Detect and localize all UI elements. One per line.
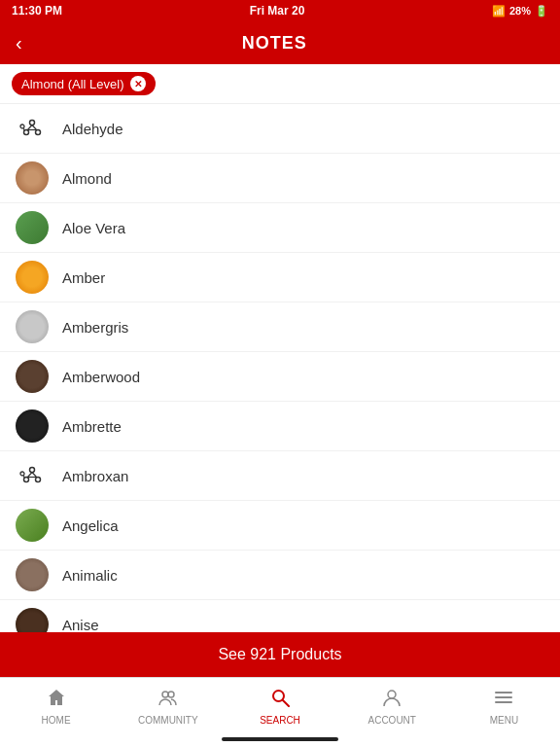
item-label: Aldehyde <box>62 121 123 137</box>
battery-text: 28% <box>509 5 531 17</box>
item-label: Almond <box>62 170 112 187</box>
filter-tag-label: Almond (All Level) <box>21 77 124 91</box>
molecule-icon <box>16 459 49 492</box>
battery-icon: 🔋 <box>535 5 548 18</box>
search-nav-label: SEARCH <box>260 715 300 726</box>
svg-point-16 <box>162 692 168 697</box>
home-indicator <box>0 731 560 747</box>
amber-icon <box>16 261 49 294</box>
status-icons: 📶 28% 🔋 <box>492 5 548 18</box>
status-bar: 11:30 PM Fri Mar 20 📶 28% 🔋 <box>0 0 560 21</box>
home-nav-icon <box>47 688 66 712</box>
ambrette-icon <box>16 409 49 443</box>
ambergris-icon <box>16 310 49 343</box>
search-nav-icon <box>270 688 290 712</box>
list-item[interactable]: Aloe Vera <box>0 203 560 253</box>
svg-point-11 <box>20 472 24 476</box>
almond-icon <box>16 161 49 195</box>
angelica-icon <box>16 509 49 542</box>
back-button[interactable]: ‹ <box>16 32 22 54</box>
filter-bar: Almond (All Level) ✕ <box>0 64 560 104</box>
svg-line-19 <box>283 700 289 706</box>
item-label: Ambrette <box>62 418 122 435</box>
wifi-icon: 📶 <box>492 5 506 18</box>
list-item[interactable]: Ambergris <box>0 302 560 352</box>
nav-item-home[interactable]: HOME <box>0 678 112 731</box>
filter-tag[interactable]: Almond (All Level) ✕ <box>12 72 156 95</box>
list-item[interactable]: Angelica <box>0 501 560 551</box>
home-nav-label: HOME <box>42 715 71 726</box>
svg-point-8 <box>30 468 35 473</box>
list-item[interactable]: Almond <box>0 154 560 203</box>
bottom-nav: HOME COMMUNITY SEARCH ACCOUNT MENU <box>0 677 560 731</box>
item-label: Aloe Vera <box>62 220 125 236</box>
list-item[interactable]: Animalic <box>0 551 560 600</box>
header: ‹ NOTES <box>0 21 560 64</box>
page-title: NOTES <box>34 33 515 53</box>
svg-line-7 <box>24 128 25 132</box>
aloe-vera-icon <box>16 211 49 244</box>
svg-point-20 <box>388 691 396 698</box>
item-label: Animalic <box>62 567 118 584</box>
account-nav-icon <box>382 688 402 712</box>
list-item[interactable]: Amberwood <box>0 352 560 402</box>
item-label: Anise <box>62 617 99 633</box>
community-nav-label: COMMUNITY <box>138 715 198 726</box>
animalic-icon <box>16 558 49 591</box>
nav-item-menu[interactable]: MENU <box>448 678 560 731</box>
svg-point-3 <box>20 124 24 128</box>
nav-item-account[interactable]: ACCOUNT <box>336 678 448 731</box>
list-item[interactable]: Ambrette <box>0 402 560 451</box>
item-label: Amber <box>62 269 105 286</box>
nav-item-community[interactable]: COMMUNITY <box>112 678 224 731</box>
svg-point-17 <box>168 692 174 697</box>
nav-item-search[interactable]: SEARCH <box>224 678 335 731</box>
list-item[interactable]: Ambroxan <box>0 451 560 501</box>
status-time: 11:30 PM <box>12 4 62 18</box>
svg-point-10 <box>36 478 41 482</box>
notes-list: Aldehyde Almond Aloe Vera Amber Ambergri… <box>0 104 560 632</box>
filter-tag-close-button[interactable]: ✕ <box>130 76 146 91</box>
amberwood-icon <box>16 360 49 393</box>
menu-nav-icon <box>494 688 513 712</box>
see-products-button[interactable]: See 921 Products <box>0 632 560 677</box>
menu-nav-label: MENU <box>490 715 518 726</box>
list-item[interactable]: Aldehyde <box>0 104 560 154</box>
svg-point-0 <box>30 121 35 125</box>
svg-point-2 <box>36 130 41 135</box>
status-date: Fri Mar 20 <box>250 4 305 18</box>
anise-icon <box>16 608 49 632</box>
home-indicator-bar <box>222 737 338 741</box>
item-label: Ambroxan <box>62 468 128 484</box>
list-item[interactable]: Amber <box>0 253 560 302</box>
community-nav-icon <box>158 688 178 712</box>
list-item[interactable]: Anise <box>0 600 560 632</box>
account-nav-label: ACCOUNT <box>368 715 415 726</box>
item-label: Angelica <box>62 517 119 534</box>
molecule-icon <box>16 112 49 145</box>
item-label: Amberwood <box>62 369 140 385</box>
item-label: Ambergris <box>62 319 128 336</box>
svg-line-15 <box>24 476 25 480</box>
